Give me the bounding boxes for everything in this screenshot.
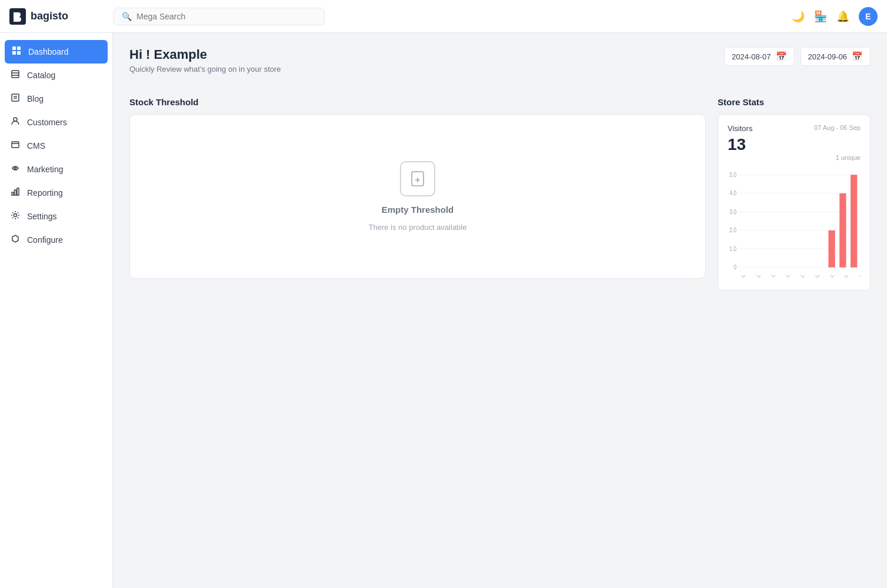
svg-text:1.0: 1.0 [729,246,736,252]
stats-card: Visitors 07 Aug - 06 Sep 13 1 unique [718,114,871,290]
sidebar-item-customers[interactable]: Customers [0,111,112,134]
topnav-right: 🌙 🏪 🔔 E [792,7,878,26]
svg-rect-4 [17,51,21,55]
sidebar-item-marketing[interactable]: Marketing [0,158,112,181]
settings-icon [9,211,21,222]
logo-icon [9,8,26,25]
content-grid: Stock Threshold Empty Threshold There is… [129,97,871,290]
sidebar-label-settings: Settings [27,212,57,221]
dashboard-icon [11,46,22,58]
page-greeting: Hi ! Example [129,47,281,62]
configure-icon [9,234,21,246]
catalog-icon [9,69,21,81]
sidebar-item-dashboard[interactable]: Dashboard [5,40,108,64]
svg-text:5.0: 5.0 [729,172,736,178]
sidebar-item-settings[interactable]: Settings [0,205,112,228]
x-label-5: 22 Aug [814,275,828,279]
x-label-8: 31 Aug [858,275,861,279]
stats-section-title: Store Stats [718,97,871,107]
empty-state: Empty Threshold There is no product avai… [369,161,467,232]
stock-section-title: Stock Threshold [129,97,706,107]
stats-section: Store Stats Visitors 07 Aug - 06 Sep 13 … [718,97,871,290]
chart-svg: 5.0 4.0 3.0 2.0 1.0 0 [728,168,861,274]
avatar[interactable]: E [859,7,878,26]
svg-rect-1 [12,46,16,50]
sidebar-label-catalog: Catalog [27,71,55,80]
svg-rect-5 [12,71,19,78]
notifications-button[interactable]: 🔔 [836,10,849,23]
x-label-2: 13 Aug [770,275,784,279]
sidebar-label-reporting: Reporting [27,188,63,198]
svg-rect-16 [15,190,16,195]
search-icon: 🔍 [122,12,132,21]
sidebar-item-configure[interactable]: Configure [0,228,112,252]
svg-rect-43 [839,193,846,268]
page-header: Hi ! Example Quickly Review what's going… [129,47,281,74]
svg-rect-12 [12,142,19,148]
svg-rect-2 [17,46,21,50]
sidebar-label-blog: Blog [27,94,44,103]
date-row: 2024-08-07 📅 2024-09-06 📅 [724,47,871,66]
sidebar-item-cms[interactable]: CMS [0,134,112,158]
empty-icon [400,161,435,196]
blog-icon [9,93,21,105]
svg-point-18 [14,214,17,217]
reporting-icon [9,187,21,199]
empty-sub: There is no product available [369,223,467,232]
svg-rect-15 [12,192,14,195]
svg-point-11 [14,118,17,121]
search-input[interactable] [136,12,316,21]
calendar-from-icon: 📅 [776,51,787,62]
customers-icon [9,116,21,128]
dark-mode-button[interactable]: 🌙 [792,10,805,23]
threshold-card: Empty Threshold There is no product avai… [129,114,706,279]
sidebar-label-configure: Configure [27,235,63,245]
sidebar-label-cms: CMS [27,141,45,151]
date-from-field[interactable]: 2024-08-07 📅 [724,47,795,66]
main-content: Hi ! Example Quickly Review what's going… [113,33,887,588]
visitors-count: 13 [728,135,746,154]
visitors-label: Visitors [728,124,752,133]
svg-text:2.0: 2.0 [729,227,736,233]
calendar-to-icon: 📅 [852,51,863,62]
logo-text: bagisto [31,10,68,22]
x-label-7: 28 Aug [843,275,857,279]
search-bar[interactable]: 🔍 [113,8,325,25]
stock-section: Stock Threshold Empty Threshold There is… [129,97,706,279]
logo-area: bagisto [9,8,104,25]
topnav: bagisto 🔍 🌙 🏪 🔔 E [0,0,887,33]
layout: Dashboard Catalog Blog Customers CMS [0,33,887,588]
stats-date-range: 07 Aug - 06 Sep [814,124,861,131]
visitors-chart: 5.0 4.0 3.0 2.0 1.0 0 [728,168,861,274]
marketing-icon [9,163,21,175]
sidebar-label-dashboard: Dashboard [28,47,69,56]
svg-rect-44 [851,175,857,268]
x-label-6: 25 Aug [829,275,843,279]
svg-rect-8 [12,94,19,101]
cms-icon [9,140,21,152]
svg-point-14 [15,168,16,169]
date-to-field[interactable]: 2024-09-06 📅 [801,47,871,66]
x-label-0: 07 Aug [741,275,755,279]
page-subtitle: Quickly Review what's going on in your s… [129,65,281,74]
stats-unique: 1 unique [728,154,861,161]
svg-rect-17 [17,188,19,195]
x-label-3: 16 Aug [785,275,799,279]
svg-rect-42 [828,230,835,268]
svg-text:0: 0 [733,264,736,270]
date-to-value: 2024-09-06 [808,52,848,61]
sidebar-item-reporting[interactable]: Reporting [0,181,112,205]
svg-text:3.0: 3.0 [729,209,736,215]
x-label-4: 19 Aug [799,275,813,279]
sidebar-item-catalog[interactable]: Catalog [0,64,112,87]
sidebar-label-marketing: Marketing [27,165,63,174]
shop-button[interactable]: 🏪 [814,10,827,23]
date-from-value: 2024-08-07 [732,52,771,61]
empty-title: Empty Threshold [382,205,454,215]
x-label-1: 10 Aug [755,275,769,279]
sidebar-item-blog[interactable]: Blog [0,87,112,111]
sidebar-label-customers: Customers [27,118,67,127]
svg-text:4.0: 4.0 [729,190,736,196]
stats-header: Visitors 07 Aug - 06 Sep [728,124,861,133]
sidebar: Dashboard Catalog Blog Customers CMS [0,33,113,588]
